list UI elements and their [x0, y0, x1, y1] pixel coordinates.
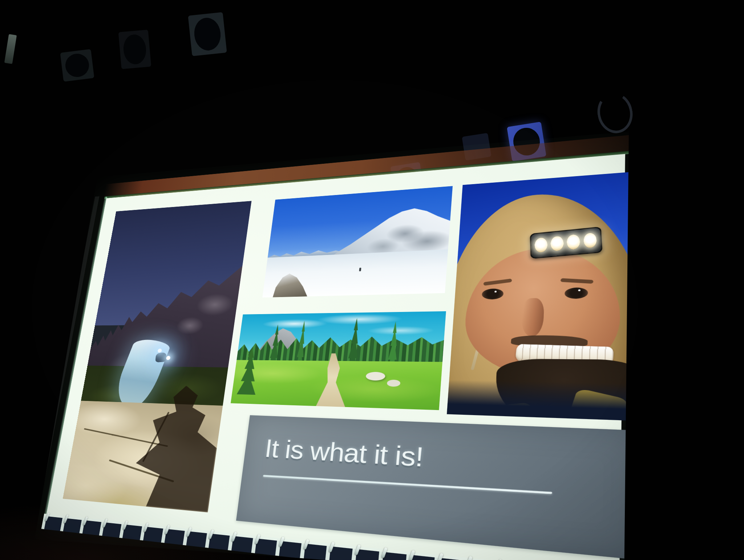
projection-screen: It is what it is! [0, 0, 744, 560]
screen-hook-icon [231, 532, 237, 542]
screen-hook-icon [63, 514, 69, 524]
screen-hook-icon [122, 520, 128, 530]
auditorium-scene: It is what it is! [0, 0, 744, 560]
eye-glint [494, 291, 497, 292]
headlamp-led-icon [550, 236, 564, 252]
ceiling-light-fixture-icon [118, 30, 151, 69]
caption-underline [263, 475, 552, 494]
rim-lit-light-icon [594, 89, 636, 137]
screen-hook-icon [381, 547, 388, 558]
snow-photo [262, 186, 453, 297]
headlamp-led-icon [583, 233, 597, 249]
ceiling-light-fixture-icon [188, 12, 227, 56]
screen-hook-icon [328, 541, 335, 552]
light-can-icon [193, 17, 222, 52]
screen-hook-icon [279, 536, 285, 547]
screen-hook-icon [355, 544, 361, 556]
screen-hook-icon [102, 518, 108, 528]
screen-hook-icon [143, 523, 149, 532]
slide-caption-text: It is what it is! [263, 434, 424, 472]
screen-hook-icon [303, 539, 310, 550]
selfie-photo [447, 171, 644, 421]
screen-hook-icon [45, 512, 50, 521]
dark-shoulder-area [447, 380, 642, 421]
headlamp-led-icon [567, 234, 581, 250]
screen-hook-icon [82, 516, 88, 525]
light-can-icon [122, 34, 147, 65]
screen-hook-icon [208, 529, 214, 539]
presentation-slide: It is what it is! [46, 154, 625, 560]
screen-hook-icon [165, 525, 170, 535]
headlamp-led-icon [535, 238, 548, 253]
light-can-icon [64, 52, 90, 78]
ceiling-light-sliver-icon [4, 34, 17, 64]
eye-glint [578, 289, 581, 291]
screen-hook-icon [186, 527, 192, 537]
ceiling-light-fixture-icon [60, 49, 94, 82]
screen-hook-icon [255, 534, 261, 544]
meadow-photo [231, 311, 446, 410]
